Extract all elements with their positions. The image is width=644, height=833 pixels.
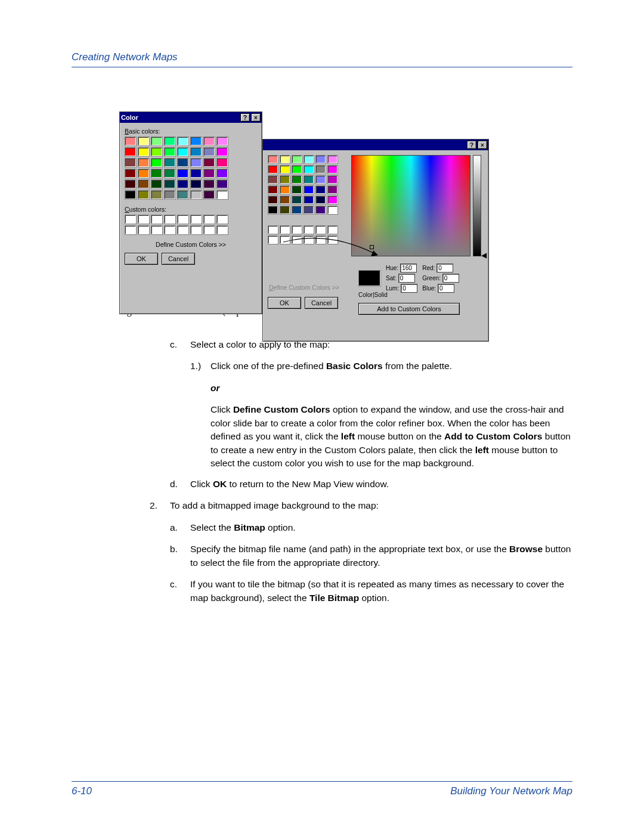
color-swatch[interactable] (177, 190, 189, 200)
color-swatch[interactable] (304, 206, 314, 215)
color-swatch[interactable] (125, 179, 137, 189)
custom-color-slot[interactable] (125, 215, 137, 224)
color-swatch[interactable] (280, 175, 290, 184)
color-swatch[interactable] (327, 206, 338, 215)
color-swatch[interactable] (315, 165, 326, 174)
custom-color-slot[interactable] (203, 225, 215, 235)
color-swatch[interactable] (327, 165, 338, 174)
color-swatch[interactable] (125, 190, 137, 200)
custom-colors-grid-b[interactable] (268, 225, 345, 244)
custom-color-slot[interactable] (177, 215, 189, 224)
color-swatch[interactable] (151, 147, 163, 157)
color-swatch[interactable] (216, 169, 228, 178)
color-swatch[interactable] (280, 196, 290, 205)
color-swatch[interactable] (138, 137, 150, 146)
color-swatch[interactable] (304, 165, 314, 174)
color-swatch[interactable] (268, 185, 278, 194)
color-swatch[interactable] (125, 169, 137, 178)
color-swatch[interactable] (177, 147, 189, 157)
custom-color-slot[interactable] (190, 215, 202, 224)
color-swatch[interactable] (190, 137, 202, 146)
color-swatch[interactable] (216, 147, 228, 157)
basic-colors-grid-b[interactable] (268, 155, 345, 215)
color-swatch[interactable] (292, 175, 302, 184)
color-swatch[interactable] (216, 158, 228, 168)
color-swatch[interactable] (216, 179, 228, 189)
custom-color-slot[interactable] (216, 215, 228, 224)
color-swatch[interactable] (268, 196, 278, 205)
custom-color-slot[interactable] (292, 225, 302, 234)
color-swatch[interactable] (315, 155, 326, 164)
custom-color-slot[interactable] (280, 225, 290, 234)
color-swatch[interactable] (151, 158, 163, 168)
custom-color-slot[interactable] (164, 215, 176, 224)
color-swatch[interactable] (280, 206, 290, 215)
color-swatch[interactable] (292, 196, 302, 205)
color-swatch[interactable] (125, 147, 137, 157)
color-swatch[interactable] (216, 137, 228, 146)
color-swatch[interactable] (292, 155, 302, 164)
custom-color-slot[interactable] (268, 236, 278, 244)
color-swatch[interactable] (177, 158, 189, 168)
color-swatch[interactable] (327, 175, 338, 184)
color-swatch[interactable] (138, 158, 150, 168)
color-swatch[interactable] (203, 169, 215, 178)
color-swatch[interactable] (216, 190, 228, 200)
custom-color-slot[interactable] (177, 225, 189, 235)
custom-color-slot[interactable] (327, 225, 338, 234)
color-swatch[interactable] (268, 155, 278, 164)
color-swatch[interactable] (190, 179, 202, 189)
color-swatch[interactable] (151, 179, 163, 189)
custom-color-slot[interactable] (164, 225, 176, 235)
color-swatch[interactable] (280, 165, 290, 174)
color-swatch[interactable] (190, 158, 202, 168)
hue-input[interactable] (400, 264, 417, 272)
color-swatch[interactable] (164, 158, 176, 168)
custom-color-slot[interactable] (327, 236, 338, 244)
basic-colors-grid[interactable] (125, 137, 257, 200)
color-swatch[interactable] (292, 206, 302, 215)
color-swatch[interactable] (164, 190, 176, 200)
color-swatch[interactable] (164, 147, 176, 157)
color-swatch[interactable] (177, 179, 189, 189)
close-icon[interactable]: × (251, 113, 261, 122)
ok-button[interactable]: OK (268, 297, 301, 309)
color-swatch[interactable] (203, 158, 215, 168)
ok-button[interactable]: OK (125, 253, 158, 265)
custom-color-slot[interactable] (292, 236, 302, 244)
cancel-button[interactable]: Cancel (162, 253, 195, 265)
custom-color-slot[interactable] (216, 225, 228, 235)
red-input[interactable] (436, 264, 453, 272)
color-swatch[interactable] (315, 175, 326, 184)
color-swatch[interactable] (280, 155, 290, 164)
color-swatch[interactable] (304, 155, 314, 164)
color-swatch[interactable] (268, 165, 278, 174)
color-swatch[interactable] (327, 155, 338, 164)
custom-colors-grid[interactable] (125, 215, 257, 235)
color-swatch[interactable] (138, 147, 150, 157)
color-swatch[interactable] (280, 185, 290, 194)
color-swatch[interactable] (315, 185, 326, 194)
color-swatch[interactable] (268, 206, 278, 215)
color-swatch[interactable] (164, 179, 176, 189)
custom-color-slot[interactable] (125, 225, 137, 235)
color-swatch[interactable] (292, 185, 302, 194)
green-input[interactable] (442, 274, 459, 283)
close-icon[interactable]: × (478, 141, 487, 149)
color-swatch[interactable] (268, 175, 278, 184)
color-swatch[interactable] (203, 137, 215, 146)
color-swatch[interactable] (164, 169, 176, 178)
custom-color-slot[interactable] (138, 215, 150, 224)
color-swatch[interactable] (190, 190, 202, 200)
color-spectrum[interactable] (351, 155, 470, 256)
color-swatch[interactable] (190, 169, 202, 178)
custom-color-slot[interactable] (304, 225, 314, 234)
color-swatch[interactable] (315, 206, 326, 215)
color-swatch[interactable] (304, 175, 314, 184)
custom-color-slot[interactable] (280, 236, 290, 244)
add-to-custom-colors-button[interactable]: Add to Custom Colors (358, 303, 460, 315)
color-swatch[interactable] (151, 137, 163, 146)
color-swatch[interactable] (177, 169, 189, 178)
custom-color-slot[interactable] (315, 236, 326, 244)
color-swatch[interactable] (327, 196, 338, 205)
